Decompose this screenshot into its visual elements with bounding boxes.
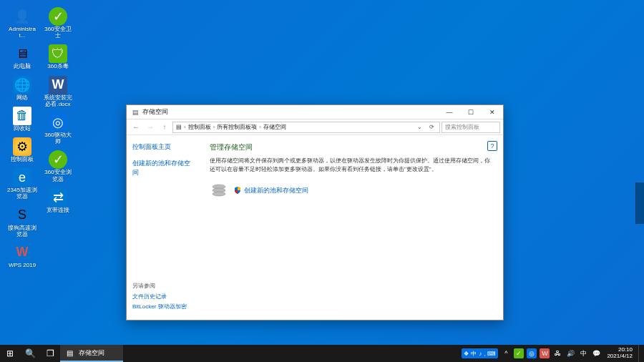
breadcrumb-3[interactable]: 存储空间 [263, 123, 286, 131]
recycle-icon-label: 回收站 [14, 125, 31, 132]
maximize-button[interactable]: ☐ [460, 105, 482, 119]
cpanel-icon[interactable]: ⚙控制面板 [6, 136, 39, 164]
refresh-button[interactable]: ⟳ [426, 124, 436, 130]
network-icon-glyph: 🌐 [13, 76, 31, 94]
network-icon[interactable]: 🌐网络 [6, 74, 39, 102]
disk-stack-icon [210, 181, 228, 200]
sogou-icon-label: 搜狗高速浏览器 [7, 225, 37, 238]
main-heading: 管理存储空间 [210, 142, 493, 152]
bband-icon[interactable]: ⇄宽带连接 [42, 187, 74, 215]
ime-indicator[interactable]: ❖ 中 ♪,⌨ [462, 348, 498, 358]
360browser-icon-glyph: ✓ [49, 150, 67, 169]
tray-wps-icon[interactable]: W [540, 348, 550, 358]
main-content: ? 管理存储空间 使用存储空间将文件保存到两个或更多驱动器，以便在驱动器发生故障… [200, 135, 503, 320]
admin-icon-label: Administrat... [7, 26, 37, 39]
sogou-icon[interactable]: S搜狗高速浏览器 [6, 205, 39, 239]
bband-icon-label: 宽带连接 [47, 207, 69, 213]
breadcrumb-1[interactable]: 控制面板 [188, 123, 211, 131]
show-desktop-button[interactable] [638, 345, 641, 362]
create-pool-link[interactable]: 创建新的池和存储空间 [234, 186, 308, 195]
tray-action-center-icon[interactable]: 💬 [591, 348, 601, 358]
control-panel-home-link[interactable]: 控制面板主页 [132, 142, 194, 152]
thispc-icon[interactable]: 🖥此电脑 [6, 43, 39, 71]
360antivirus-icon[interactable]: 🛡360杀毒 [42, 43, 74, 71]
2345-icon-glyph: e [13, 168, 31, 187]
breadcrumb-2[interactable]: 所有控制面板项 [217, 123, 257, 131]
sidebar: 控制面板主页 创建新的池和存储空间 另请参阅 文件历史记录 BitLocker … [127, 135, 200, 320]
storage-spaces-window: ▤ 存储空间 — ☐ ✕ ← → ↑ ▤ › 控制面板 › 所有控制面板项 › … [126, 104, 504, 321]
feedback-tab[interactable] [635, 182, 644, 224]
address-dropdown[interactable]: ⌄ [414, 124, 424, 130]
360safe-icon-glyph: ✓ [49, 7, 67, 26]
breadcrumb-icon: ▤ [176, 124, 182, 130]
wps-icon-glyph: W [13, 243, 31, 262]
thispc-icon-glyph: 🖥 [13, 44, 31, 63]
see-also-label: 另请参阅 [132, 282, 194, 290]
taskview-button[interactable]: ❒ [40, 345, 60, 362]
installer-doc-icon[interactable]: W系统安装完必看.docx [42, 74, 74, 109]
taskbar-clock[interactable]: 20:10 2021/4/12 [604, 347, 635, 360]
tray-360drv-icon[interactable]: ◎ [527, 348, 537, 358]
cpanel-icon-label: 控制面板 [11, 156, 34, 162]
bband-icon-glyph: ⇄ [49, 188, 67, 207]
recycle-icon[interactable]: 🗑回收站 [6, 105, 39, 133]
file-history-link[interactable]: 文件历史记录 [132, 293, 194, 300]
cpanel-icon-glyph: ⚙ [13, 137, 31, 156]
network-icon-label: 网络 [16, 94, 28, 101]
main-description: 使用存储空间将文件保存到两个或更多驱动器，以便在驱动器发生故障时为你提供保护。通… [210, 157, 493, 174]
address-bar[interactable]: ▤ › 控制面板 › 所有控制面板项 › 存储空间 ⌄ ⟳ [172, 122, 440, 133]
tray-360safe-icon[interactable]: ✓ [514, 348, 524, 358]
create-pool-link-sidebar[interactable]: 创建新的池和存储空间 [132, 159, 194, 177]
tray-network-icon[interactable]: 🖧 [552, 348, 562, 358]
360browser-icon[interactable]: ✓360安全浏览器 [42, 149, 74, 183]
360antivirus-icon-glyph: 🛡 [49, 44, 67, 63]
360browser-icon-label: 360安全浏览器 [43, 169, 73, 182]
help-icon[interactable]: ? [487, 141, 497, 151]
taskbar-item-label: 存储空间 [79, 348, 104, 358]
tray-ime-zh-icon[interactable]: 中 [578, 348, 588, 358]
window-icon: ▤ [131, 108, 140, 117]
360drv-icon-label: 360驱动大师 [43, 132, 73, 145]
uac-shield-icon [234, 187, 241, 194]
thispc-icon-label: 此电脑 [14, 63, 31, 69]
2345-icon[interactable]: e2345加速浏览器 [6, 167, 39, 201]
bitlocker-link[interactable]: BitLocker 驱动器加密 [132, 303, 194, 310]
admin-icon[interactable]: 👤Administrat... [6, 6, 39, 40]
minimize-button[interactable]: — [439, 105, 460, 119]
360drv-icon-glyph: ◎ [49, 113, 67, 132]
2345-icon-label: 2345加速浏览器 [7, 187, 37, 200]
installer-doc-icon-glyph: W [49, 76, 67, 94]
admin-icon-glyph: 👤 [13, 7, 31, 26]
taskbar-item-storage[interactable]: ▤ 存储空间 [60, 345, 123, 362]
360antivirus-icon-label: 360杀毒 [47, 63, 68, 69]
sogou-icon-glyph: S [13, 206, 31, 225]
svg-point-2 [213, 192, 225, 196]
360safe-icon-label: 360安全卫士 [43, 26, 73, 39]
window-title: 存储空间 [142, 107, 168, 117]
search-input[interactable]: 搜索控制面板 [441, 122, 500, 133]
360safe-icon[interactable]: ✓360安全卫士 [42, 6, 74, 40]
installer-doc-icon-label: 系统安装完必看.docx [43, 94, 73, 107]
360drv-icon[interactable]: ◎360驱动大师 [42, 112, 74, 146]
navbar: ← → ↑ ▤ › 控制面板 › 所有控制面板项 › 存储空间 ⌄ ⟳ 搜索控制… [127, 119, 503, 135]
wps-icon[interactable]: WWPS 2019 [6, 242, 39, 270]
forward-button[interactable]: → [144, 121, 157, 134]
up-button[interactable]: ↑ [158, 121, 171, 134]
close-button[interactable]: ✕ [482, 105, 503, 119]
recycle-icon-glyph: 🗑 [13, 107, 31, 125]
tray-volume-icon[interactable]: 🔊 [565, 348, 575, 358]
titlebar[interactable]: ▤ 存储空间 — ☐ ✕ [127, 105, 503, 119]
taskbar: ⊞ 🔍 ❒ ▤ 存储空间 ❖ 中 ♪,⌨ ^ ✓ ◎ W 🖧 🔊 中 💬 20:… [0, 345, 644, 362]
system-tray: ❖ 中 ♪,⌨ ^ ✓ ◎ W 🖧 🔊 中 💬 20:10 2021/4/12 [462, 345, 644, 362]
tray-chevron[interactable]: ^ [501, 348, 511, 358]
start-button[interactable]: ⊞ [0, 345, 20, 362]
wps-icon-label: WPS 2019 [9, 262, 36, 268]
desktop: 👤Administrat...🖥此电脑🌐网络🗑回收站⚙控制面板e2345加速浏览… [6, 6, 74, 270]
search-button[interactable]: 🔍 [20, 345, 40, 362]
back-button[interactable]: ← [130, 121, 142, 134]
taskbar-item-icon: ▤ [64, 348, 74, 358]
